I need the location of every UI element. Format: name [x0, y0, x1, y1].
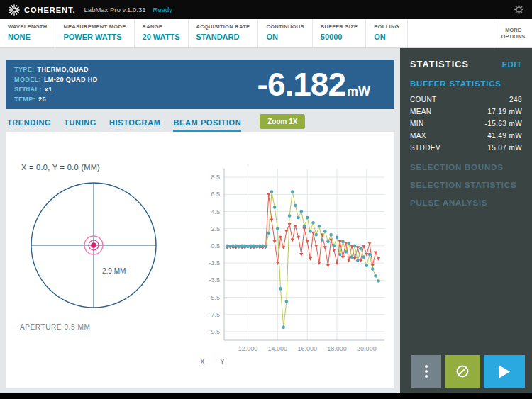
- toolbar-value: STANDARD: [196, 33, 250, 41]
- toolbar-item-buffer-size[interactable]: BUFFER SIZE 50000: [313, 19, 366, 47]
- tab-tuning[interactable]: TUNING: [64, 118, 96, 132]
- toolbar-label: ACQUISITION RATE: [196, 23, 250, 30]
- stat-row-mean: MEAN 17.19 mW: [410, 106, 522, 118]
- beam-column: X = 0.0, Y = 0.0 (MM) 2.9 MM APERTURE 9.…: [20, 162, 196, 384]
- xy-trend-chart[interactable]: 8.56.54.52.50.5-1.5-3.5-5.5-7.5-9.512.00…: [196, 162, 393, 374]
- device-label: SERIAL:: [14, 86, 42, 93]
- svg-text:-1.5: -1.5: [209, 259, 220, 266]
- device-value: x1: [45, 86, 52, 93]
- toolbar-label: MEASUREMENT MODE: [63, 23, 126, 30]
- section-selection-statistics[interactable]: SELECTION STATISTICS: [410, 181, 522, 189]
- beam-diameter-label: 2.9 MM: [102, 267, 126, 275]
- statistics-header: STATISTICS EDIT: [410, 60, 522, 69]
- aperture-label: APERTURE 9.5 MM: [20, 323, 196, 331]
- menu-button[interactable]: [411, 355, 441, 388]
- toolbar-label: POLLING: [374, 23, 399, 30]
- svg-text:X: X: [200, 358, 205, 366]
- settings-gear-icon[interactable]: [513, 4, 525, 16]
- toolbar-label: WAVELENGTH: [8, 23, 47, 30]
- svg-text:Y: Y: [220, 358, 225, 366]
- device-row-type: TYPE:THERMO,QUAD: [14, 64, 98, 74]
- section-buffer-statistics[interactable]: BUFFER STATISTICS: [410, 79, 522, 88]
- tab-trending[interactable]: TRENDING: [7, 118, 51, 132]
- device-value: THERMO,QUAD: [38, 66, 89, 73]
- toolbar-value: NONE: [8, 33, 47, 41]
- clear-buffer-button[interactable]: [445, 355, 480, 388]
- toolbar-item-measurement-mode[interactable]: MEASUREMENT MODE POWER WATTS: [55, 19, 134, 47]
- svg-text:2.5: 2.5: [211, 225, 220, 232]
- device-label: TYPE:: [14, 66, 35, 73]
- svg-text:-9.5: -9.5: [209, 328, 220, 335]
- device-value: 25: [38, 96, 46, 103]
- view-tabs: TRENDING TUNING HISTOGRAM BEAM POSITION …: [6, 109, 394, 132]
- svg-text:8.5: 8.5: [211, 174, 220, 181]
- svg-text:-5.5: -5.5: [209, 294, 220, 301]
- stat-row-min: MIN -15.63 mW: [410, 118, 522, 130]
- svg-text:20.000: 20.000: [357, 345, 377, 352]
- toolbar-label: RANGE: [143, 23, 180, 30]
- more-options-button[interactable]: MORE OPTIONS: [494, 19, 532, 47]
- start-acquisition-button[interactable]: [484, 355, 525, 388]
- stat-row-stddev: STDDEV 15.07 mW: [410, 142, 522, 154]
- statistics-title: STATISTICS: [410, 60, 469, 69]
- toolbar-item-polling[interactable]: POLLING ON: [366, 19, 407, 47]
- device-label: TEMP:: [14, 96, 35, 103]
- toolbar-item-wavelength[interactable]: WAVELENGTH NONE: [0, 19, 55, 47]
- toolbar-item-range[interactable]: RANGE 20 WATTS: [135, 19, 189, 47]
- stat-value: -15.63 mW: [484, 120, 522, 128]
- left-column: TYPE:THERMO,QUAD MODEL:LM-20 QUAD HD SER…: [0, 48, 400, 393]
- stat-value: 17.19 mW: [487, 108, 522, 116]
- tab-histogram[interactable]: HISTOGRAM: [109, 118, 160, 132]
- section-selection-bounds[interactable]: SELECTION BOUNDS: [410, 163, 522, 172]
- svg-text:-7.5: -7.5: [209, 311, 220, 318]
- coherent-logo-icon: [9, 4, 20, 16]
- empty-set-icon: [455, 364, 470, 378]
- acquisition-buttons: [411, 355, 525, 388]
- power-reading: -6.182 mW: [257, 65, 370, 103]
- toolbar-value: POWER WATTS: [63, 33, 126, 41]
- beam-center-dot: [91, 242, 96, 248]
- svg-text:16.000: 16.000: [297, 345, 317, 352]
- zoom-button[interactable]: Zoom 1X: [260, 114, 305, 129]
- device-row-temp: TEMP:25: [14, 94, 98, 104]
- stat-value: 15.07 mW: [487, 144, 522, 152]
- svg-text:6.5: 6.5: [211, 191, 220, 198]
- stat-row-max: MAX 41.49 mW: [410, 130, 522, 142]
- svg-text:18.000: 18.000: [327, 345, 347, 352]
- stat-row-count: COUNT 248: [410, 94, 522, 106]
- toolbar-value: 50000: [321, 33, 358, 41]
- toolbar-value: ON: [374, 33, 399, 41]
- statistics-panel: STATISTICS EDIT BUFFER STATISTICS COUNT …: [400, 48, 532, 393]
- chart-column: 8.56.54.52.50.5-1.5-3.5-5.5-7.5-9.512.00…: [196, 162, 393, 384]
- settings-toolbar: WAVELENGTH NONE MEASUREMENT MODE POWER W…: [0, 19, 532, 48]
- power-reading-value: -6.182: [257, 65, 345, 103]
- beam-xy-readout: X = 0.0, Y = 0.0 (MM): [21, 163, 196, 172]
- stat-value: 41.49 mW: [487, 132, 522, 140]
- beam-position-display: 2.9 MM: [20, 177, 170, 319]
- brand-name: COHERENT.: [24, 6, 76, 14]
- tab-beam-position[interactable]: BEAM POSITION: [173, 118, 241, 132]
- status-text: Ready: [153, 6, 172, 13]
- main-area: TYPE:THERMO,QUAD MODEL:LM-20 QUAD HD SER…: [0, 48, 532, 393]
- toolbar-label: CONTINUOUS: [266, 23, 304, 30]
- svg-text:12.000: 12.000: [238, 345, 258, 352]
- bottom-black-strip: [0, 393, 532, 399]
- stat-label: STDDEV: [410, 144, 440, 152]
- toolbar-item-continuous[interactable]: CONTINUOUS ON: [258, 19, 312, 47]
- svg-text:14.000: 14.000: [268, 345, 288, 352]
- device-label: MODEL:: [14, 76, 41, 83]
- section-pulse-analysis[interactable]: PULSE ANALYSIS: [410, 198, 522, 207]
- device-row-model: MODEL:LM-20 QUAD HD: [14, 74, 98, 84]
- svg-text:4.5: 4.5: [211, 208, 220, 215]
- toolbar-value: 20 WATTS: [143, 33, 180, 41]
- power-reading-unit: mW: [347, 84, 370, 99]
- toolbar-item-acquisition-rate[interactable]: ACQUISITION RATE STANDARD: [189, 19, 259, 47]
- edit-statistics-link[interactable]: EDIT: [502, 60, 522, 69]
- device-info-panel: TYPE:THERMO,QUAD MODEL:LM-20 QUAD HD SER…: [6, 60, 394, 109]
- beam-position-card: X = 0.0, Y = 0.0 (MM) 2.9 MM APERTURE 9.…: [6, 132, 394, 388]
- toolbar-label: BUFFER SIZE: [321, 23, 358, 30]
- device-rows: TYPE:THERMO,QUAD MODEL:LM-20 QUAD HD SER…: [14, 64, 98, 104]
- device-row-serial: SERIAL:x1: [14, 84, 98, 94]
- stat-label: MAX: [410, 132, 426, 140]
- stat-label: MIN: [410, 120, 424, 128]
